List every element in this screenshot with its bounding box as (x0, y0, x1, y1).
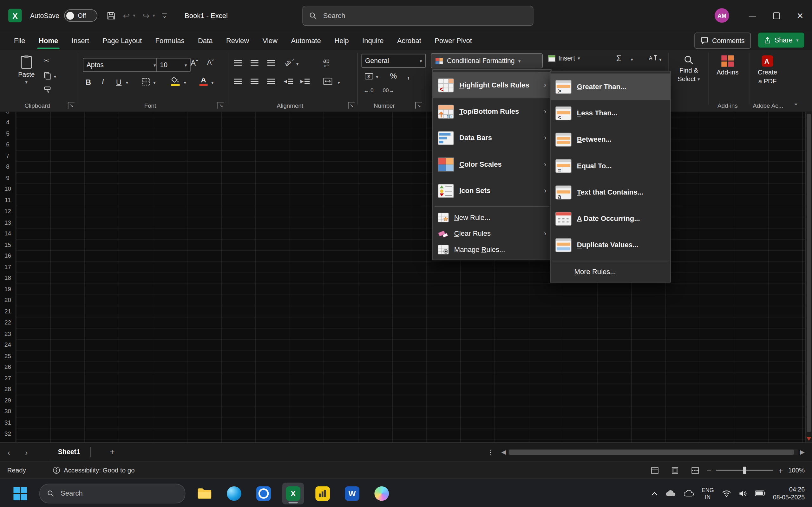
number-dialog-launcher-icon[interactable]: ↘ (415, 102, 422, 109)
ribbon-tab-page-layout[interactable]: Page Layout (96, 32, 148, 49)
ribbon-tab-formulas[interactable]: Formulas (148, 32, 191, 49)
title-search-box[interactable] (302, 6, 533, 26)
orientation-dropdown-icon[interactable]: ▾ (296, 61, 299, 66)
ribbon-tab-acrobat[interactable]: Acrobat (391, 32, 428, 49)
row-header[interactable]: 29 (0, 395, 15, 406)
font-color-dropdown-icon[interactable]: ▾ (211, 80, 213, 85)
word-icon[interactable]: W (341, 482, 363, 504)
horizontal-scrollbar[interactable]: ◀ ▶ (501, 447, 805, 456)
row-header[interactable]: 32 (0, 428, 15, 439)
row-header[interactable]: 10 (0, 183, 15, 194)
taskbar-search-box[interactable] (39, 484, 185, 503)
row-header[interactable]: 28 (0, 384, 15, 395)
copilot-icon[interactable] (371, 482, 393, 504)
increase-font-size-icon[interactable]: Aˆ (191, 58, 198, 67)
alignment-dialog-launcher-icon[interactable]: ↘ (348, 102, 355, 109)
bold-button[interactable]: B (85, 78, 91, 87)
file-explorer-icon[interactable] (194, 482, 216, 504)
menu-item-color-scales[interactable]: Color Scales› (433, 151, 551, 177)
onedrive-icon[interactable] (665, 490, 676, 497)
copy-icon[interactable] (44, 71, 51, 79)
decrease-font-size-icon[interactable]: Aˇ (207, 58, 214, 66)
create-pdf-button[interactable]: A Create a PDF (752, 55, 783, 85)
cut-icon[interactable]: ✂ (44, 57, 49, 65)
taskbar-search-input[interactable] (60, 489, 177, 498)
row-header[interactable]: 9 (0, 172, 15, 183)
font-color-icon[interactable]: A (200, 75, 208, 86)
find-select-button[interactable]: Find & Select▾ (672, 55, 705, 83)
redo-dropdown-icon[interactable]: ▾ (153, 13, 155, 18)
close-button[interactable]: ✕ (788, 0, 812, 31)
row-header[interactable]: 8 (0, 161, 15, 172)
underline-button[interactable]: U (116, 78, 122, 87)
sheet-nav-left-icon[interactable]: ‹ (0, 448, 18, 457)
row-header[interactable]: 4 (0, 117, 15, 128)
scroll-left-arrow-icon[interactable]: ◀ (501, 448, 506, 456)
menu-item-manage-rules[interactable]: Manage Rules... (433, 241, 551, 258)
align-left-icon[interactable] (234, 78, 242, 84)
edge-browser-icon[interactable] (223, 482, 245, 504)
decrease-decimal-icon[interactable]: .00→ (381, 87, 394, 93)
align-right-icon[interactable] (267, 78, 275, 84)
cell-grid[interactable] (16, 112, 806, 442)
row-header[interactable]: 21 (0, 306, 15, 317)
autosave-toggle[interactable]: Off (64, 9, 97, 21)
menu-item-new-rule[interactable]: New Rule... (433, 210, 551, 226)
italic-button[interactable]: I (101, 78, 104, 87)
row-header[interactable]: 33 (0, 439, 15, 442)
fill-color-icon[interactable] (171, 77, 180, 86)
vertical-scrollbar-thumb[interactable] (807, 114, 811, 432)
zoom-slider-thumb[interactable] (743, 467, 746, 474)
ribbon-tab-view[interactable]: View (256, 32, 284, 49)
number-format-combobox[interactable]: General▾ (362, 54, 426, 68)
row-header[interactable]: 15 (0, 239, 15, 250)
zoom-level[interactable]: 100% (788, 467, 805, 474)
font-size-combobox[interactable]: 10▾ (156, 58, 191, 72)
page-layout-view-icon[interactable] (671, 467, 679, 473)
clipboard-dialog-launcher-icon[interactable]: ↘ (68, 102, 74, 109)
accounting-format-icon[interactable]: $ (364, 72, 373, 80)
insert-cells-button[interactable]: Insert ▾ (548, 54, 580, 62)
language-indicator[interactable]: ENG IN (702, 487, 714, 500)
row-header[interactable]: 6 (0, 139, 15, 150)
menu-item-text-that-contains[interactable]: aText that Contains... (551, 179, 670, 205)
accessibility-status[interactable]: Accessibility: Good to go (53, 467, 135, 474)
row-header[interactable]: 24 (0, 339, 15, 350)
align-center-icon[interactable] (251, 78, 258, 84)
worksheet-area[interactable]: 3456789101112131415161718192021222324252… (0, 112, 812, 442)
normal-view-icon[interactable] (651, 467, 658, 473)
customize-qat-icon[interactable]: ⌄ (162, 13, 167, 18)
restore-button[interactable] (764, 0, 788, 31)
start-button[interactable] (13, 487, 27, 500)
save-icon[interactable] (107, 11, 116, 20)
horizontal-scrollbar-thumb[interactable] (509, 449, 794, 454)
wifi-icon[interactable] (722, 490, 731, 497)
row-header[interactable]: 12 (0, 206, 15, 217)
ribbon-tab-review[interactable]: Review (219, 32, 256, 49)
battery-icon[interactable] (755, 491, 765, 496)
wrap-text-icon[interactable]: ab↩ (323, 58, 329, 68)
power-bi-icon[interactable] (312, 482, 334, 504)
outlook-icon[interactable] (253, 482, 275, 504)
row-header[interactable]: 3 (0, 112, 15, 117)
font-name-combobox[interactable]: Aptos▾ (83, 58, 159, 72)
align-middle-icon[interactable] (251, 60, 258, 66)
ribbon-tab-power-pivot[interactable]: Power Pivot (428, 32, 478, 49)
orientation-icon[interactable]: ab→ (283, 55, 297, 67)
row-header[interactable]: 11 (0, 194, 15, 206)
row-header[interactable]: 20 (0, 295, 15, 306)
font-dialog-launcher-icon[interactable]: ↘ (217, 102, 224, 109)
sort-filter-icon[interactable]: A (648, 54, 658, 62)
menu-item-more-rules[interactable]: More Rules... (551, 264, 670, 280)
cloud-sync-icon[interactable] (683, 490, 694, 497)
underline-dropdown-icon[interactable]: ▾ (126, 80, 128, 85)
menu-item-equal-to[interactable]: =Equal To... (551, 153, 670, 179)
sort-filter-dropdown-icon[interactable]: ▾ (659, 57, 661, 62)
vertical-scrollbar[interactable] (805, 112, 812, 442)
merge-center-icon[interactable] (323, 78, 333, 85)
row-header[interactable]: 25 (0, 350, 15, 361)
row-header[interactable]: 27 (0, 373, 15, 384)
account-avatar[interactable]: AM (715, 8, 729, 23)
menu-item-less-than[interactable]: <Less Than... (551, 100, 670, 126)
borders-icon[interactable] (142, 78, 150, 86)
